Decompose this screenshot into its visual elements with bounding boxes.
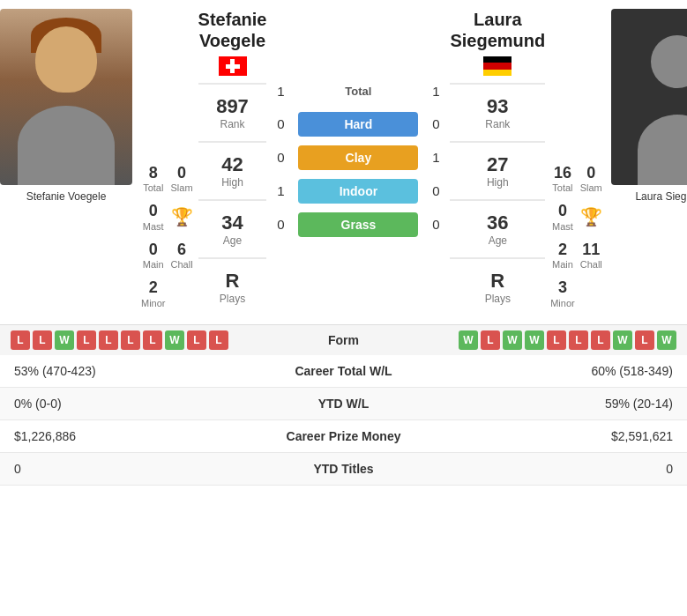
- player1-photo: [0, 9, 132, 185]
- stat-right-val: 0: [426, 453, 687, 486]
- surface-grass-row: 0 Grass 0: [270, 212, 446, 237]
- form-badge-p2: L: [481, 330, 500, 350]
- stats-row: 53% (470-423) Career Total W/L 60% (518-…: [0, 355, 687, 388]
- grass-left: 0: [270, 217, 291, 232]
- stat-left-val: 0: [0, 453, 261, 486]
- clay-right: 1: [425, 150, 446, 165]
- player1-main: 0 Main: [139, 237, 168, 274]
- surface-indoor-row: 1 Indoor 0: [270, 179, 446, 204]
- stat-center-label: YTD W/L: [261, 388, 426, 420]
- hard-badge: Hard: [298, 112, 418, 137]
- form-badge-p1: L: [99, 330, 118, 350]
- player2-high-stat: 27 High: [450, 142, 545, 199]
- surface-clay-row: 0 Clay 1: [270, 145, 446, 170]
- stat-right-val: $2,591,621: [426, 420, 687, 453]
- stat-left-val: $1,226,886: [0, 420, 261, 453]
- trophy-icon: 🏆: [171, 206, 193, 227]
- player1-stats-grid: 8 Total 0 Slam 0 Mast 🏆 0 Main: [139, 160, 195, 312]
- player2-photo-label: Laura Siegemund: [635, 190, 687, 203]
- player1-age-stat: 34 Age: [198, 200, 267, 257]
- player1-center: Stefanie Voegele 897 Rank 42 High: [195, 9, 271, 315]
- german-flag: [483, 56, 512, 76]
- player2-photo-area: Laura Siegemund: [611, 9, 687, 315]
- total-label: Total: [291, 85, 425, 98]
- player1-photo-area: Stefanie Voegele: [0, 9, 132, 315]
- player2-flag: [483, 56, 512, 76]
- player2-total: 16 Total: [549, 160, 577, 197]
- player2-mast: 0 Mast: [549, 198, 577, 235]
- form-badge-p2: L: [547, 330, 566, 350]
- form-badge-p2: W: [459, 330, 478, 350]
- player2-chall: 11 Chall: [579, 237, 604, 274]
- player1-rank-stat: 897 Rank: [198, 84, 267, 141]
- player1-minor: 2 Minor: [139, 275, 168, 312]
- total-right: 1: [425, 84, 446, 99]
- total-left: 1: [270, 84, 291, 99]
- form-badge-p2: W: [613, 330, 632, 350]
- surface-section: 1 Total 1 0 Hard 0 0 Clay 1 1 Indoor 0: [270, 9, 446, 315]
- player2-photo: [611, 9, 687, 185]
- stats-row: 0% (0-0) YTD W/L 59% (20-14): [0, 388, 687, 420]
- grass-badge: Grass: [298, 212, 418, 237]
- player1-total: 8 Total: [139, 160, 168, 197]
- player2-trophy: 🏆: [579, 198, 604, 235]
- surface-total-row: 1 Total 1: [270, 84, 446, 99]
- player2-minor: 3 Minor: [549, 275, 577, 312]
- form-badge-p2: W: [525, 330, 544, 350]
- player1-plays-stat: R Plays: [198, 258, 267, 315]
- form-badge-p1: L: [143, 330, 162, 350]
- stats-row: $1,226,886 Career Prize Money $2,591,621: [0, 420, 687, 453]
- stat-center-label: Career Prize Money: [261, 420, 426, 453]
- form-badge-p1: L: [187, 330, 206, 350]
- form-badge-p2: W: [657, 330, 676, 350]
- player2-form: WLWWLLLWLW: [397, 330, 677, 350]
- player1-high-stat: 42 High: [198, 142, 267, 199]
- form-badge-p2: W: [503, 330, 522, 350]
- player2-main: 2 Main: [549, 237, 577, 274]
- stat-center-label: YTD Titles: [261, 453, 426, 486]
- stats-table: 53% (470-423) Career Total W/L 60% (518-…: [0, 355, 687, 486]
- stats-row: 0 YTD Titles 0: [0, 453, 687, 486]
- swiss-flag: [219, 56, 247, 76]
- player2-rank-stat: 93 Rank: [450, 84, 545, 141]
- form-badge-p1: L: [121, 330, 140, 350]
- form-badge-p1: W: [55, 330, 74, 350]
- form-badge-p2: L: [591, 330, 610, 350]
- form-section: LLWLLLLWLL Form WLWWLLLWLW: [0, 324, 687, 355]
- top-section: Stefanie Voegele 8 Total 0 Slam 0 Mast 🏆: [0, 0, 687, 324]
- main-container: Stefanie Voegele 8 Total 0 Slam 0 Mast 🏆: [0, 0, 687, 616]
- form-badge-p1: L: [11, 330, 30, 350]
- form-badge-p1: L: [77, 330, 96, 350]
- stat-center-label: Career Total W/L: [261, 355, 426, 388]
- player2-slam: 0 Slam: [579, 160, 604, 197]
- indoor-left: 1: [270, 183, 291, 198]
- player1-stats: 8 Total 0 Slam 0 Mast 🏆 0 Main: [132, 9, 195, 315]
- form-badge-p2: L: [569, 330, 588, 350]
- player1-slam: 0 Slam: [169, 160, 195, 197]
- player1-heading: Stefanie Voegele: [198, 9, 267, 51]
- player1-mast: 0 Mast: [139, 198, 168, 235]
- trophy-icon-2: 🏆: [580, 206, 602, 227]
- player2-heading: Laura Siegemund: [450, 9, 545, 51]
- player2-center: Laura Siegemund 93 Rank 27 High: [446, 9, 549, 315]
- player1-flag: [219, 56, 247, 76]
- indoor-right: 0: [425, 183, 446, 198]
- grass-right: 0: [425, 217, 446, 232]
- stat-right-val: 59% (20-14): [426, 388, 687, 420]
- player2-stats: 16 Total 0 Slam 0 Mast 🏆 2 Main: [549, 9, 611, 315]
- hard-left: 0: [270, 116, 291, 131]
- stat-left-val: 0% (0-0): [0, 388, 261, 420]
- stat-right-val: 60% (518-349): [426, 355, 687, 388]
- player1-photo-label: Stefanie Voegele: [26, 190, 107, 203]
- player1-chall: 6 Chall: [169, 237, 195, 274]
- surface-hard-row: 0 Hard 0: [270, 112, 446, 137]
- clay-left: 0: [270, 150, 291, 165]
- player1-form: LLWLLLLWLL: [11, 330, 291, 350]
- player1-trophy: 🏆: [169, 198, 195, 235]
- form-badge-p1: W: [165, 330, 184, 350]
- form-badge-p1: L: [33, 330, 52, 350]
- stat-left-val: 53% (470-423): [0, 355, 261, 388]
- player2-age-stat: 36 Age: [450, 200, 545, 257]
- player2-stats-grid: 16 Total 0 Slam 0 Mast 🏆 2 Main: [549, 160, 604, 312]
- hard-right: 0: [425, 116, 446, 131]
